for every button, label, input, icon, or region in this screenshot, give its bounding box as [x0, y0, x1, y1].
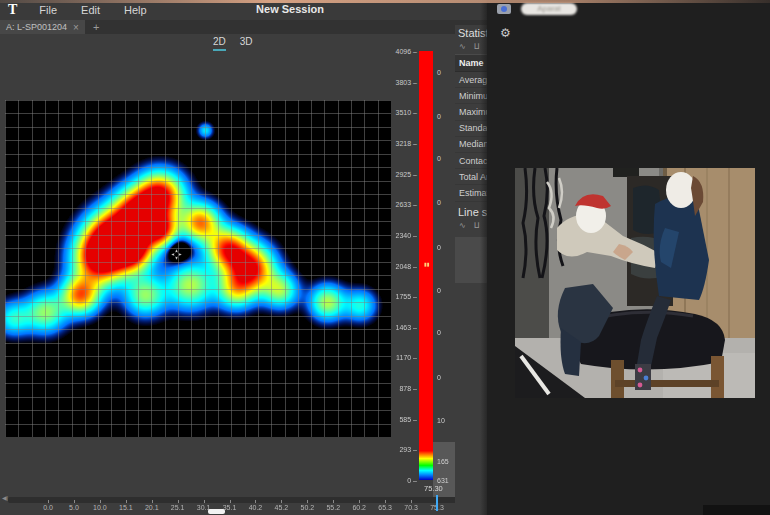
histogram-count-label: 0: [437, 286, 441, 293]
colorbar-tick-label: 2633 –: [396, 201, 417, 208]
colorbar-tick-label: 3218 –: [396, 139, 417, 146]
tab-close-icon[interactable]: ×: [73, 22, 79, 33]
camera-header: Aparat: [497, 3, 577, 15]
line-chart-icon[interactable]: ∿: [459, 221, 466, 233]
colorbar-tick-label: 1170 –: [396, 354, 417, 361]
timeline-tick-label: 65.3: [378, 504, 392, 511]
colorbar-tick-label: 2048 –: [396, 262, 417, 269]
histogram-count-label: 0: [437, 244, 441, 251]
colorbar-tick-label: 1755 –: [396, 293, 417, 300]
timeline-scrubber[interactable]: ◀| ▶| 0.05.010.015.120.125.130.135.140.2…: [0, 494, 465, 515]
tab-label: A: L-SP001204: [6, 22, 67, 32]
timeline-tick-label: 15.1: [119, 504, 133, 511]
timeline-tick-label: 50.2: [301, 504, 315, 511]
timeline-tick-label: 5.0: [69, 504, 79, 511]
timeline-tickmark: [126, 500, 127, 503]
timeline-tickmark: [333, 500, 334, 503]
toggle-2d[interactable]: 2D: [213, 36, 226, 51]
menu-file[interactable]: File: [27, 2, 69, 18]
timeline-tickmark: [178, 500, 179, 503]
window-top-border: [0, 0, 770, 3]
tab-session[interactable]: A: L-SP001204 ×: [0, 20, 85, 34]
menu-help[interactable]: Help: [112, 2, 159, 18]
histogram-count-label: 10: [437, 416, 445, 423]
timeline-marker[interactable]: [208, 509, 225, 514]
timeline-tickmark: [411, 500, 412, 503]
histogram-count-label: 631: [437, 477, 449, 484]
timeline-tick-label: 25.1: [171, 504, 185, 511]
toggle-3d[interactable]: 3D: [240, 36, 253, 51]
camera-panel: Aparat ⚙: [487, 0, 770, 515]
histogram-count-label: 0: [437, 374, 441, 381]
view-mode-toggle: 2D 3D: [213, 36, 253, 51]
menu-edit[interactable]: Edit: [69, 2, 112, 18]
camera-feed: [515, 168, 755, 398]
tab-add-button[interactable]: +: [85, 20, 107, 34]
line-chart-icon[interactable]: ∿: [459, 42, 466, 54]
heatmap-canvas[interactable]: [5, 100, 391, 437]
histogram-count-label: 165: [437, 457, 449, 464]
timeline-tick-label: 55.2: [326, 504, 340, 511]
colorbar-tick-label: 1463 –: [396, 323, 417, 330]
timeline-tickmark: [359, 500, 360, 503]
bottom-right-button[interactable]: [703, 505, 770, 515]
tab-bar: A: L-SP001204 × +: [0, 20, 490, 34]
colorbar-tick-label: 2925 –: [396, 170, 417, 177]
camera-icon[interactable]: [497, 4, 511, 14]
app-logo: T: [8, 2, 17, 18]
pressure-heatmap[interactable]: [5, 100, 391, 437]
timeline-tick-label: 60.2: [352, 504, 366, 511]
histogram-count-label: 0: [437, 69, 441, 76]
colorbar-tick-label: 585 –: [399, 415, 417, 422]
line-chart-off-icon[interactable]: ⨿: [474, 221, 480, 233]
application-window: T File Edit Help New Session A: L-SP0012…: [0, 0, 770, 515]
colorbar-tick-label: 3510 –: [396, 109, 417, 116]
timeline-tick-label: 10.0: [93, 504, 107, 511]
colorbar-tick-label: 878 –: [399, 385, 417, 392]
workspace: 2D 3D 4096 –3803 –3510 –3218 –2925 –2633…: [0, 34, 490, 515]
playhead-time-label: 75.30: [424, 484, 443, 493]
histogram-count-label: 0: [437, 199, 441, 206]
timeline-tick-label: 20.1: [145, 504, 159, 511]
timeline-tickmark: [385, 500, 386, 503]
colorbar-tick-label: 3803 –: [396, 78, 417, 85]
timeline-tick-label: 70.3: [404, 504, 418, 511]
line-chart-off-icon[interactable]: ⨿: [474, 42, 480, 54]
timeline-tickmark: [100, 500, 101, 503]
histogram-count-label: 0: [437, 113, 441, 120]
timeline-playhead[interactable]: [436, 495, 438, 511]
colorbar-marker-icon: ▮▮: [424, 262, 430, 270]
timeline-tickmark: [281, 500, 282, 503]
timeline-tickmark: [74, 500, 75, 503]
timeline-tickmark: [230, 500, 231, 503]
colorbar-tick-label: 0 –: [407, 477, 417, 484]
camera-feed-image: [515, 168, 755, 398]
histogram-count-label: 0: [437, 155, 441, 162]
timeline-tick-label: 45.2: [275, 504, 289, 511]
timeline-tickmark: [255, 500, 256, 503]
session-title: New Session: [256, 3, 324, 15]
timeline-tickmark: [48, 500, 49, 503]
timeline-tick-label: 40.2: [249, 504, 263, 511]
timeline-tickmark: [204, 500, 205, 503]
timeline-tickmark: [307, 500, 308, 503]
colorbar-tick-label: 4096 –: [396, 48, 417, 55]
timeline-tickmark: [152, 500, 153, 503]
settings-gear-icon[interactable]: ⚙: [500, 26, 511, 40]
menu-bar: T File Edit Help New Session: [0, 0, 490, 20]
colorbar-tick-label: 2340 –: [396, 231, 417, 238]
camera-name-pill: Aparat: [521, 3, 577, 15]
histogram-count-label: 0: [437, 328, 441, 335]
colorbar-tick-label: 293 –: [399, 446, 417, 453]
timeline-track[interactable]: [8, 497, 458, 503]
timeline-tick-label: 0.0: [43, 504, 53, 511]
